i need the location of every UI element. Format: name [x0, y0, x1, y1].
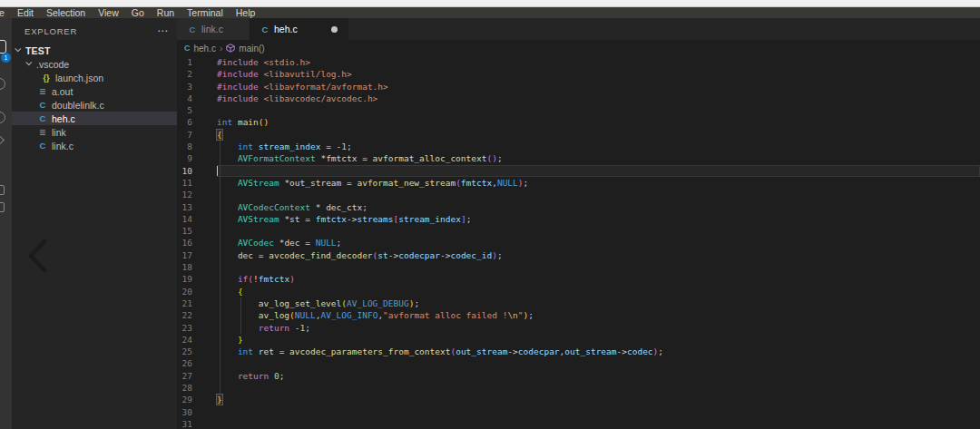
code-line-content: { [217, 129, 980, 141]
annotation-chevron-left [27, 239, 47, 273]
source-control-icon[interactable] [0, 112, 12, 132]
tree-item-label: doublelinlk.c [52, 100, 104, 111]
chevron-down-icon [15, 45, 21, 52]
search-icon[interactable] [0, 78, 12, 98]
code-line-content: } [217, 334, 980, 346]
line-number: 23 [177, 322, 192, 334]
code-line-27[interactable]: 27 return 0; [177, 370, 980, 382]
indent-guide [220, 382, 220, 394]
indent-guide [220, 225, 220, 237]
code-line-25[interactable]: 25 int ret = avcodec_parameters_from_con… [177, 346, 980, 357]
code-line-23[interactable]: 23 return -1; [177, 322, 980, 334]
code-line-2[interactable]: 2#include <libavutil/log.h> [177, 68, 980, 80]
indent-guide [220, 261, 220, 273]
code-line-18[interactable]: 18 [177, 261, 980, 273]
code-line-10[interactable]: 10 [177, 165, 980, 177]
code-line-15[interactable]: 15 [177, 225, 980, 237]
code-line-16[interactable]: 16 AVCodec *dec = NULL; [177, 237, 980, 249]
badge: 1 [1, 53, 11, 63]
indent-guide [220, 370, 220, 382]
code-line-content: } [217, 394, 980, 405]
code-line-29[interactable]: 29} [177, 394, 980, 405]
indent-guide [220, 249, 220, 261]
tab-link-c[interactable]: Clink.c [177, 18, 250, 40]
tree-item-a-out[interactable]: ≣a.out [12, 84, 177, 98]
indent-guide [220, 273, 220, 285]
line-number: 25 [177, 346, 192, 357]
bin-file-icon: ≣ [37, 86, 48, 96]
line-number: 21 [177, 297, 192, 309]
tab-heh-c[interactable]: Cheh.c [250, 18, 349, 40]
code-line-30[interactable]: 30 [177, 406, 980, 418]
code-line-content: int main() [217, 116, 980, 128]
menu-item-terminal[interactable]: Terminal [181, 7, 230, 18]
code-line-5[interactable]: 5 [177, 104, 980, 116]
code-line-13[interactable]: 13 AVCodecContext * dec_ctx; [177, 201, 980, 213]
menu-item-view[interactable]: View [92, 7, 125, 18]
c-file-icon: C [37, 113, 48, 123]
tree-item-test[interactable]: TEST [12, 44, 177, 57]
code-line-7[interactable]: 7{ [177, 129, 980, 141]
indent-guide [220, 286, 220, 297]
tree-item-label: link [52, 127, 66, 138]
tree-item-label: launch.json [55, 73, 103, 83]
menu-item-go[interactable]: Go [125, 7, 151, 18]
code-line-28[interactable]: 28 [177, 382, 980, 394]
explorer-actions-button[interactable]: ⋯ [157, 24, 168, 37]
tab-label: heh.c [274, 24, 298, 34]
code-line-26[interactable]: 26 [177, 357, 980, 369]
code-line-content [217, 261, 980, 273]
code-line-9[interactable]: 9 AVFormatContext *fmtctx = avformat_all… [177, 152, 980, 164]
indent-guide [220, 346, 220, 357]
code-line-11[interactable]: 11 AVStream *out_stream = avformat_new_s… [177, 177, 980, 189]
line-number: 20 [177, 286, 192, 297]
line-number: 24 [177, 334, 192, 346]
code-line-content: AVStream *st = fmtctx->streams[stream_in… [217, 213, 980, 225]
file-tree: TEST.vscode{}launch.json≣a.outCdoublelin… [12, 42, 177, 152]
code-line-1[interactable]: 1#include <stdio.h> [177, 56, 980, 68]
modified-dot[interactable] [331, 26, 338, 33]
indent-guide [240, 309, 241, 321]
code-line-12[interactable]: 12 [177, 189, 980, 200]
tree-item--vscode[interactable]: .vscode [12, 57, 177, 71]
code-line-31[interactable]: 31 [177, 418, 980, 429]
code-line-3[interactable]: 3#include <libavformat/avformat.h> [177, 81, 980, 93]
explorer-icon[interactable]: 1 [0, 40, 12, 60]
run-debug-icon[interactable] [0, 134, 12, 154]
code-line-22[interactable]: 22 av_log(NULL,AV_LOG_INFO,"avformat all… [177, 309, 980, 321]
code-line-17[interactable]: 17 dec = avcodec_find_decoder(st->codecp… [177, 249, 980, 261]
code-line-20[interactable]: 20 { [177, 286, 980, 297]
breadcrumb-symbol[interactable]: main() [239, 44, 264, 54]
indent-guide [220, 201, 220, 213]
explorer-sidebar: EXPLORER ⋯ TEST.vscode{}launch.json≣a.ou… [12, 18, 177, 429]
indent-guide [240, 322, 241, 334]
code-line-24[interactable]: 24 } [177, 334, 980, 346]
menu-item-help[interactable]: Help [230, 7, 262, 18]
tree-item-link[interactable]: ≣link [12, 125, 177, 139]
tree-item-doublelinlk-c[interactable]: Cdoublelinlk.c [12, 98, 177, 112]
tree-item-link-c[interactable]: Clink.c [12, 139, 177, 152]
bin-file-icon: ≣ [37, 127, 48, 137]
code-line-content: AVCodec *dec = NULL; [217, 237, 980, 249]
code-line-6[interactable]: 6int main() [177, 116, 980, 128]
c-file-icon: C [37, 100, 48, 110]
code-line-21[interactable]: 21 av_log_set_level(AV_LOG_DEBUG); [177, 297, 980, 309]
menu-item-file[interactable]: File [0, 7, 11, 18]
tree-item-label: heh.c [52, 113, 75, 124]
tree-item-heh-c[interactable]: Cheh.c [12, 112, 177, 125]
code-line-content: #include <stdio.h> [217, 56, 980, 68]
code-line-4[interactable]: 4#include <libavcodec/avcodec.h> [177, 93, 980, 104]
tree-item-label: link.c [52, 141, 74, 151]
menu-item-run[interactable]: Run [151, 7, 181, 18]
menu-item-edit[interactable]: Edit [11, 7, 40, 18]
code-line-19[interactable]: 19 if(!fmtctx) [177, 273, 980, 285]
menu-item-selection[interactable]: Selection [40, 7, 92, 18]
window-icon-2[interactable] [0, 202, 12, 222]
tree-item-label: .vscode [36, 59, 69, 70]
tree-item-launch-json[interactable]: {}launch.json [12, 71, 177, 84]
code-line-14[interactable]: 14 AVStream *st = fmtctx->streams[stream… [177, 213, 980, 225]
code-line-content [217, 104, 980, 116]
code-area[interactable]: 1#include <stdio.h>2#include <libavutil/… [177, 56, 980, 429]
breadcrumb-file[interactable]: heh.c [194, 44, 216, 54]
code-line-8[interactable]: 8 int stream_index = -1; [177, 141, 980, 152]
